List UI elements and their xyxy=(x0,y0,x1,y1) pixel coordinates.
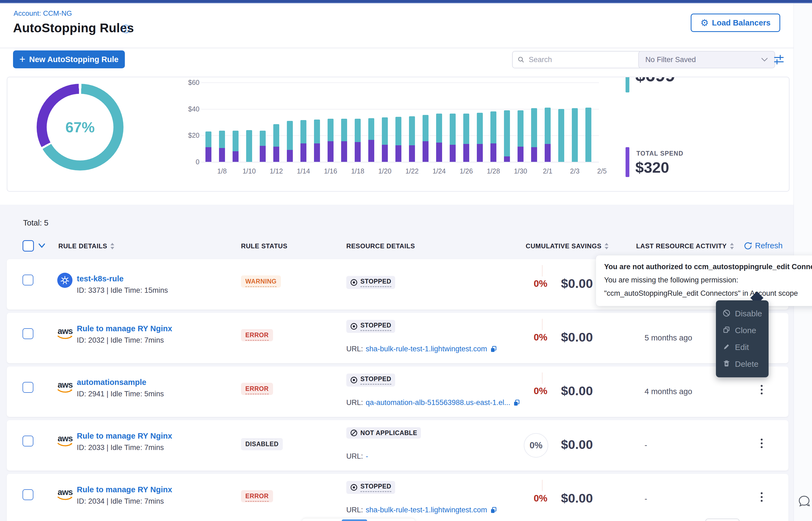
bar-spend-segment xyxy=(219,148,225,162)
column-cumulative-savings: CUMULATIVE SAVINGS xyxy=(526,242,609,250)
savings-percent: 0% xyxy=(522,332,548,343)
copy-icon[interactable] xyxy=(513,399,520,407)
bar-savings-segment xyxy=(287,121,293,150)
savings-percent: 0% xyxy=(522,385,548,396)
resource-url-link[interactable]: qa-automation-alb-515563988.us-east-1.el… xyxy=(366,399,511,407)
pagination-next-button[interactable] xyxy=(705,519,740,521)
expand-all-chevron-icon[interactable] xyxy=(38,243,46,249)
stacked-bar xyxy=(246,130,252,162)
bar-savings-segment xyxy=(206,132,211,148)
bar-savings-segment xyxy=(477,113,483,144)
provider-icon-wrap: aws xyxy=(57,488,73,501)
row-checkbox[interactable] xyxy=(23,328,34,339)
copy-icon[interactable] xyxy=(490,506,497,514)
chat-bubble-icon[interactable] xyxy=(797,494,811,508)
url-label: URL: xyxy=(346,506,363,514)
bar-spend-segment xyxy=(423,141,429,162)
bar-savings-segment xyxy=(233,131,238,151)
bar-savings-segment xyxy=(463,114,469,144)
menu-item-edit[interactable]: Edit xyxy=(716,339,769,356)
provider-icon-wrap: aws xyxy=(57,434,73,447)
aws-icon: aws xyxy=(57,327,73,340)
bar-spend-segment xyxy=(287,150,293,162)
pagination-active-page[interactable] xyxy=(342,519,367,521)
clone-icon xyxy=(723,326,731,335)
stacked-bar xyxy=(219,131,225,162)
y-axis-tick: $60 xyxy=(180,78,199,87)
stacked-bar xyxy=(327,119,334,162)
disable-icon xyxy=(723,309,731,318)
sort-icon[interactable] xyxy=(604,242,609,250)
x-axis-tick: 1/26 xyxy=(454,167,478,175)
row-menu-kebab-icon[interactable] xyxy=(759,383,764,396)
rule-meta: ID: 2034 | Idle Time: 7mins xyxy=(77,497,164,505)
sort-icon[interactable] xyxy=(110,242,115,250)
rule-status-badge: ERROR xyxy=(241,383,273,395)
plus-icon: + xyxy=(19,54,25,64)
bar-savings-segment xyxy=(585,108,591,162)
top-accent-bar xyxy=(0,0,812,2)
x-axis-tick: 1/20 xyxy=(372,167,397,175)
x-axis-tick: 1/8 xyxy=(210,167,234,175)
column-rule-details: RULE DETAILS xyxy=(58,242,115,250)
row-menu-kebab-icon[interactable] xyxy=(759,491,764,503)
stacked-bar xyxy=(396,117,401,162)
permission-tooltip: You are not authorized to ccm_autostoppi… xyxy=(596,255,812,306)
stacked-bar xyxy=(355,119,361,162)
x-axis-tick: 2/1 xyxy=(535,167,560,175)
bar-spend-segment xyxy=(327,141,334,162)
stacked-bar xyxy=(504,110,510,162)
select-all-checkbox[interactable] xyxy=(23,240,34,252)
savings-amount: $0.00 xyxy=(561,437,593,452)
bar-spend-segment xyxy=(273,146,279,162)
total-count: Total: 5 xyxy=(23,219,48,227)
bar-spend-segment xyxy=(436,142,442,162)
menu-item-delete[interactable]: Delete xyxy=(716,356,769,372)
load-balancers-button[interactable]: ⚙ Load Balancers xyxy=(691,14,780,32)
stacked-bar xyxy=(206,132,211,162)
sort-icon[interactable] xyxy=(729,242,734,250)
top-accent-bar-light xyxy=(0,2,812,3)
stacked-bar xyxy=(409,116,415,162)
saved-filter-dropdown[interactable]: No Filter Saved xyxy=(638,51,775,68)
search-input[interactable] xyxy=(528,55,637,64)
resource-url-link[interactable]: - xyxy=(366,452,368,460)
search-input-wrap xyxy=(512,51,642,68)
table-row: aws Rule to manage RY Nginx ID: 2032 | I… xyxy=(7,313,788,363)
rule-name-link[interactable]: automationsample xyxy=(77,378,146,387)
refresh-button[interactable]: Refresh xyxy=(744,241,783,250)
rule-name-link[interactable]: test-k8s-rule xyxy=(77,274,124,283)
row-checkbox[interactable] xyxy=(23,275,34,286)
bar-spend-segment xyxy=(545,144,551,162)
bar-savings-segment xyxy=(327,119,334,141)
menu-item-clone[interactable]: Clone xyxy=(716,322,769,339)
resource-url-link[interactable]: sha-bulk-rule-test-1.lightwingtest.com xyxy=(366,345,487,353)
resource-url-link[interactable]: sha-bulk-rule-test-1.lightwingtest.com xyxy=(366,506,487,514)
header-divider xyxy=(0,48,794,48)
filter-icon[interactable] xyxy=(773,54,785,65)
column-last-resource-activity: LAST RESOURCE ACTIVITY xyxy=(636,242,734,250)
table-row: aws Rule to manage RY Nginx ID: 2034 | I… xyxy=(7,474,788,521)
bar-savings-segment xyxy=(558,109,564,162)
copy-icon[interactable] xyxy=(490,345,497,353)
stacked-bar xyxy=(423,115,429,162)
bar-savings-segment xyxy=(423,115,429,141)
savings-gauge-needle xyxy=(542,265,542,276)
x-axis-tick: 1/14 xyxy=(291,167,316,175)
row-checkbox[interactable] xyxy=(23,489,34,500)
row-checkbox[interactable] xyxy=(23,382,34,393)
row-menu-kebab-icon[interactable] xyxy=(759,437,764,450)
rule-name-link[interactable]: Rule to manage RY Nginx xyxy=(77,485,172,494)
resource-url: URL:- xyxy=(346,452,368,460)
row-checkbox[interactable] xyxy=(23,436,34,447)
new-autostopping-rule-button[interactable]: + New AutoStopping Rule xyxy=(13,50,125,68)
bar-spend-segment xyxy=(314,143,320,162)
breadcrumb-account[interactable]: Account: CCM-NG xyxy=(14,9,72,18)
bar-savings-segment xyxy=(504,110,510,157)
info-icon[interactable]: ⓘ xyxy=(122,23,130,35)
rule-name-link[interactable]: Rule to manage RY Nginx xyxy=(77,324,172,333)
gridline xyxy=(201,109,599,110)
rule-name-link[interactable]: Rule to manage RY Nginx xyxy=(77,432,172,440)
menu-item-disable[interactable]: Disable xyxy=(716,305,769,322)
column-resource-details: RESOURCE DETAILS xyxy=(346,242,415,250)
